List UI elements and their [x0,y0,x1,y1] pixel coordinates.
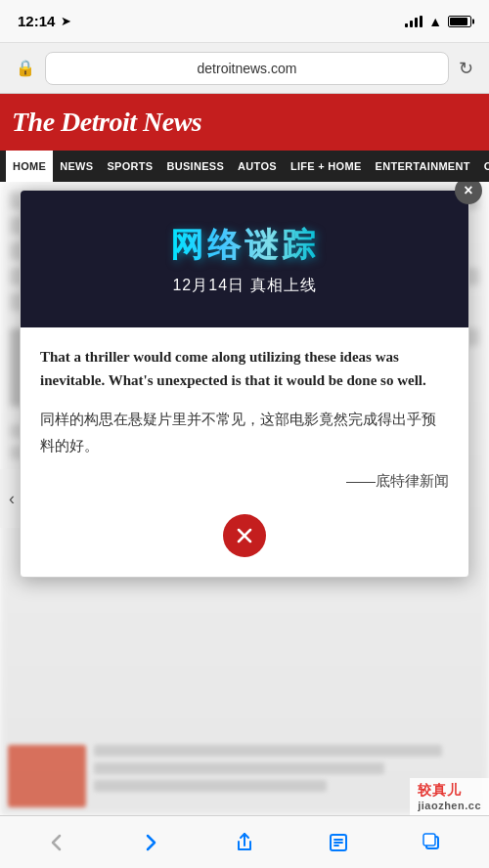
status-icons: ▲ [405,14,471,29]
browser-bar: 🔒 detroitnews.com ↻ [0,43,489,94]
svg-rect-7 [423,834,435,846]
main-content: ‹ × 网络谜踪 12月14日 真相上线 That a thriller wou… [0,182,489,815]
ad-overlay: × 网络谜踪 12月14日 真相上线 That a thriller would… [20,190,469,578]
nav-item-home[interactable]: HOME [6,151,53,182]
share-button[interactable] [223,821,266,864]
refresh-button[interactable]: ↻ [459,58,473,79]
lock-icon: 🔒 [16,59,35,77]
wifi-icon: ▲ [428,14,442,29]
signal-icon [405,16,422,27]
nav-item-opinion[interactable]: OPINION [477,151,489,182]
ad-chinese-text: 同样的构思在悬疑片里并不常见，这部电影竟然完成得出乎预料的好。 [40,406,449,458]
ad-text-content: That a thriller would come along utilizi… [21,327,468,500]
status-time: 12:14 [18,13,55,29]
article-thumb-1 [8,745,86,807]
location-arrow-icon: ➤ [61,14,71,28]
ad-close-bottom-area [21,514,468,557]
nav-bar: HOME NEWS SPORTS BUSINESS AUTOS LIFE + H… [0,151,489,182]
close-bottom-icon [235,526,254,545]
ad-attribution: ——底特律新闻 [40,472,449,491]
forward-button[interactable] [129,821,172,864]
tabs-button[interactable] [411,821,454,864]
watermark-url: jiaozhen.cc [418,800,481,811]
url-text: detroitnews.com [198,61,297,76]
nav-item-sports[interactable]: SPORTS [100,151,159,182]
ios-toolbar [0,815,489,868]
nav-item-entertainment[interactable]: ENTERTAINMENT [369,151,477,182]
back-button[interactable] [35,821,78,864]
nav-item-autos[interactable]: AUTOS [231,151,284,182]
site-title: The Detroit News [12,107,201,138]
ad-english-text: That a thriller would come along utilizi… [40,345,449,392]
nav-item-business[interactable]: BUSINESS [159,151,231,182]
nav-item-life[interactable]: LIFE + HOME [284,151,369,182]
watermark: 较真儿 jiaozhen.cc [410,778,489,815]
nav-item-news[interactable]: NEWS [53,151,100,182]
watermark-brand: 较真儿 [418,782,481,800]
battery-icon [448,16,471,27]
site-header: The Detroit News [0,94,489,151]
bookmark-button[interactable] [317,821,360,864]
ad-close-bottom-button[interactable] [223,514,266,557]
url-bar[interactable]: detroitnews.com [45,52,449,85]
status-bar: 12:14 ➤ ▲ [0,0,489,43]
ad-subtitle-chinese: 12月14日 真相上线 [172,276,316,296]
close-top-icon: × [464,182,472,199]
ad-image-area: 网络谜踪 12月14日 真相上线 [21,191,468,327]
ad-title-chinese: 网络谜踪 [170,223,319,268]
